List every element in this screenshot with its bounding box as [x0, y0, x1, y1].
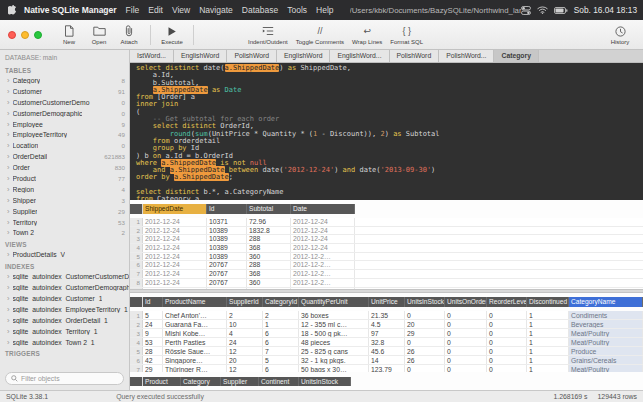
- cell[interactable]: 10389: [207, 227, 247, 235]
- sidebar-item-orderdetail[interactable]: ›OrderDetail621883: [0, 151, 129, 162]
- new-button[interactable]: New: [54, 21, 84, 49]
- cell[interactable]: 2012-12-24: [143, 235, 207, 243]
- cell[interactable]: 4: [227, 329, 263, 337]
- sidebar-item-location[interactable]: ›Location0: [0, 140, 129, 151]
- table-row[interactable]: 42012-12-24103893682012-12-24: [130, 244, 643, 253]
- cell[interactable]: 1: [527, 329, 569, 337]
- cell[interactable]: 12 - 355 ml c…: [299, 320, 369, 328]
- cell[interactable]: 10389: [207, 244, 247, 252]
- table-row[interactable]: 72012-12-24207673682012-12-2…: [130, 270, 643, 279]
- cell[interactable]: Meat/Poultry: [569, 365, 643, 372]
- cell[interactable]: 53: [143, 338, 163, 346]
- cell[interactable]: 10389: [207, 235, 247, 243]
- cell[interactable]: 36 boxes: [299, 311, 369, 319]
- column-header-continent[interactable]: Continent: [259, 377, 299, 386]
- column-header-id[interactable]: Id: [207, 204, 247, 214]
- cell[interactable]: 6: [263, 329, 299, 337]
- cell[interactable]: 2012-12-24: [291, 218, 355, 226]
- cell[interactable]: 0: [445, 338, 487, 346]
- sidebar-item-sqlite-autoindex-customercustomerdemo-1[interactable]: ›sqlite_autoindex_CustomerCustomerDemo_1: [0, 271, 129, 282]
- cell[interactable]: 97: [369, 329, 405, 337]
- table-row[interactable]: 453Perth Pasties24648 pieces32.80001Meat…: [130, 338, 643, 347]
- app-menu-title[interactable]: Native SQLite Manager: [24, 5, 117, 15]
- cell[interactable]: 24: [227, 338, 263, 346]
- cell[interactable]: 0: [405, 365, 445, 372]
- cell[interactable]: 6: [263, 365, 299, 372]
- cell[interactable]: 45.6: [369, 347, 405, 355]
- menu-file[interactable]: File: [126, 5, 140, 15]
- menu-navigate[interactable]: Navigate: [199, 5, 233, 15]
- column-header-product[interactable]: Product: [143, 377, 181, 386]
- cell[interactable]: Perth Pasties: [163, 338, 227, 346]
- sidebar-item-customerdemographic[interactable]: ›CustomerDemographic0: [0, 108, 129, 119]
- cell[interactable]: 0: [405, 311, 445, 319]
- cell[interactable]: 2012-12-24: [143, 218, 207, 226]
- cell[interactable]: 9: [143, 329, 163, 337]
- column-header-subtotal[interactable]: Subtotal: [247, 204, 291, 214]
- cell[interactable]: Thüringer R…: [163, 365, 227, 372]
- history-button[interactable]: History: [605, 21, 635, 49]
- zoom-window-button[interactable]: [34, 31, 42, 39]
- tab-6[interactable]: PolishWord: [390, 50, 440, 62]
- cell[interactable]: 7: [263, 347, 299, 355]
- sidebar-item-productdetails-v[interactable]: ›ProductDetails_V: [0, 249, 129, 260]
- column-header-unitsinstock[interactable]: UnitsInStock: [405, 297, 445, 307]
- column-header-reorderlevel[interactable]: ReorderLevel: [487, 297, 527, 307]
- cell[interactable]: 2012-12-24: [143, 270, 207, 278]
- table-row[interactable]: 224Guaraná Fa…10112 - 355 ml c…4.520001B…: [130, 320, 643, 329]
- cell[interactable]: 18 - 500 g pk…: [299, 329, 369, 337]
- column-header-supplier[interactable]: Supplier: [221, 377, 259, 386]
- cell[interactable]: 2012-12-24: [291, 244, 355, 252]
- cell[interactable]: 1: [527, 338, 569, 346]
- table-row[interactable]: 52012-12-24103893602012-12-2…: [130, 253, 643, 262]
- tab-8[interactable]: Category: [494, 50, 538, 62]
- sidebar-item-product[interactable]: ›Product77: [0, 173, 129, 184]
- table-row[interactable]: 528Rössle Saue…12725 - 825 g cans45.6260…: [130, 347, 643, 356]
- cell[interactable]: 25 - 825 g cans: [299, 347, 369, 355]
- attach-button[interactable]: Attach: [114, 21, 144, 49]
- cell[interactable]: Condiments: [569, 311, 643, 319]
- cell[interactable]: 29: [405, 329, 445, 337]
- cell[interactable]: 20767: [207, 270, 247, 278]
- wifi-icon[interactable]: [537, 6, 548, 14]
- menu-edit[interactable]: Edit: [148, 5, 163, 15]
- apple-menu-icon[interactable]: [8, 5, 17, 16]
- cell[interactable]: 368: [247, 244, 291, 252]
- cell[interactable]: 0: [445, 329, 487, 337]
- cell[interactable]: Chef Anton'…: [163, 311, 227, 319]
- cell[interactable]: 20: [405, 320, 445, 328]
- sidebar-item-town-2[interactable]: ›Town 22: [0, 227, 129, 238]
- cell[interactable]: 0: [445, 311, 487, 319]
- cell[interactable]: Guaraná Fa…: [163, 320, 227, 328]
- sidebar-item-territory[interactable]: ›Territory53: [0, 217, 129, 228]
- cell[interactable]: Singapore…: [163, 356, 227, 364]
- sidebar-item-employeeterritory[interactable]: ›EmployeeTerritory49: [0, 129, 129, 140]
- cell[interactable]: 368: [247, 270, 291, 278]
- cell[interactable]: Rössle Saue…: [163, 347, 227, 355]
- wrap-lines-button[interactable]: ↩ Wrap Lines: [348, 21, 386, 49]
- sidebar-item-sqlite-autoindex-customerdemographic-1[interactable]: ›sqlite_autoindex_CustomerDemographic_1: [0, 282, 129, 293]
- cell[interactable]: 10371: [207, 218, 247, 226]
- cell[interactable]: 26: [405, 347, 445, 355]
- menu-view[interactable]: View: [172, 5, 190, 15]
- cell[interactable]: 2012-12-24: [143, 279, 207, 287]
- cell[interactable]: 2012-12-24: [143, 244, 207, 252]
- column-header-category[interactable]: Category: [181, 377, 221, 386]
- cell[interactable]: 1: [263, 320, 299, 328]
- cell[interactable]: 1: [527, 365, 569, 372]
- execute-button[interactable]: Execute: [157, 21, 187, 49]
- tab-7[interactable]: PolishWord...: [439, 50, 494, 62]
- close-window-button[interactable]: [8, 31, 16, 39]
- engine-version[interactable]: SQLite 3.38.1: [6, 393, 48, 400]
- cell[interactable]: Produce: [569, 347, 643, 355]
- cell[interactable]: 1832.8: [247, 227, 291, 235]
- cell[interactable]: 12: [227, 365, 263, 372]
- cell[interactable]: 360: [247, 253, 291, 261]
- cell[interactable]: 360: [247, 279, 291, 287]
- cell[interactable]: 0: [445, 347, 487, 355]
- sidebar-item-customercustomerdemo[interactable]: ›CustomerCustomerDemo0: [0, 97, 129, 108]
- tab-5[interactable]: EnglishWord...: [330, 50, 389, 62]
- cell[interactable]: Grains/Cereals: [569, 356, 643, 364]
- cell[interactable]: 26: [405, 356, 445, 364]
- table-row[interactable]: 22012-12-24103891832.82012-12-24: [130, 227, 643, 236]
